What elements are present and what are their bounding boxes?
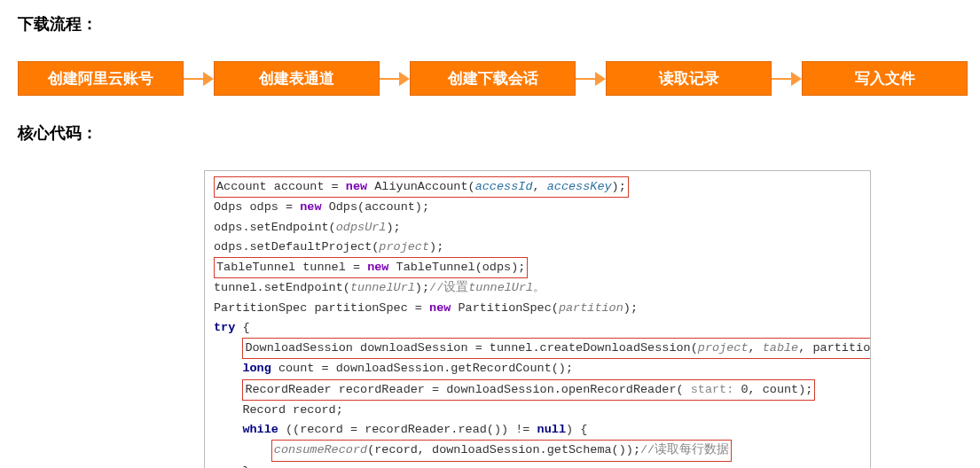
step-3: 创建下载会话 bbox=[410, 61, 576, 96]
step-2: 创建表通道 bbox=[214, 61, 380, 96]
flow-steps-row: 创建阿里云账号 创建表通道 创建下载会话 读取记录 写入文件 bbox=[18, 61, 962, 96]
core-code-title: 核心代码： bbox=[18, 122, 962, 144]
arrow-icon bbox=[380, 72, 410, 86]
step-4: 读取记录 bbox=[606, 61, 772, 96]
download-flow-title: 下载流程： bbox=[18, 13, 962, 35]
code-block: Account account = new AliyunAccount(acce… bbox=[204, 170, 871, 468]
arrow-icon bbox=[772, 72, 802, 86]
step-1: 创建阿里云账号 bbox=[18, 61, 184, 96]
arrow-icon bbox=[576, 72, 606, 86]
step-5: 写入文件 bbox=[802, 61, 968, 96]
arrow-icon bbox=[184, 72, 214, 86]
